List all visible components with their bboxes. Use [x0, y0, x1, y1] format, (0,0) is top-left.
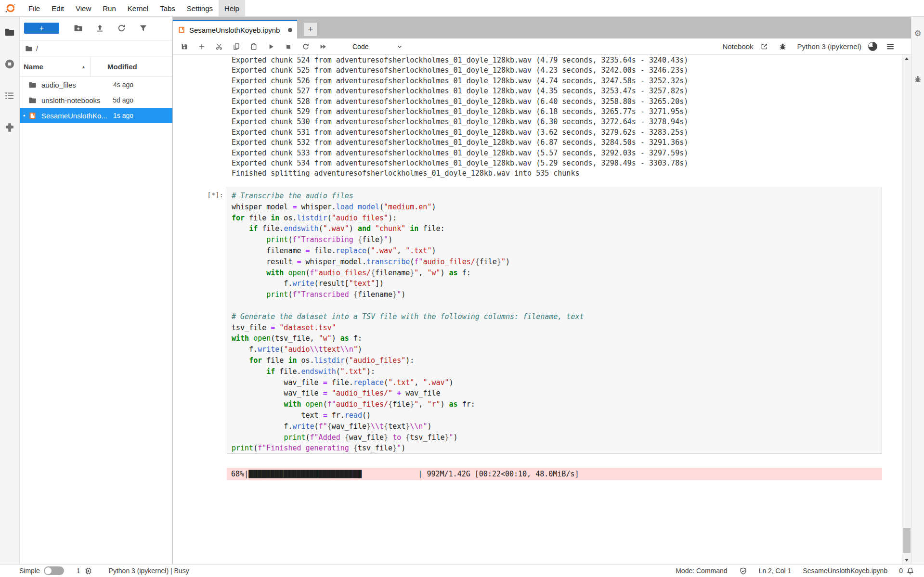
code-line: wav_file = "audio_files/" + wav_file [232, 388, 882, 399]
notebook-icon [28, 112, 37, 120]
code-line [232, 300, 882, 311]
trusted-shield-icon[interactable] [739, 567, 747, 575]
menu-file[interactable]: File [23, 0, 46, 16]
code-line: wav_file = file.replace(".txt", ".wav") [232, 377, 882, 388]
file-name: audio_files [41, 81, 76, 89]
cell-type-select[interactable]: Code [348, 41, 406, 52]
notebook-content[interactable]: Exported chunk 524 from adventuresofsher… [173, 55, 911, 564]
simple-mode-label: Simple [19, 567, 40, 575]
code-line: # Generate the dataset into a TSV file w… [232, 311, 882, 322]
insert-cell-icon[interactable] [198, 43, 206, 51]
file-list-headers: Name ▲ Modified [20, 57, 172, 77]
cursor-position[interactable]: Ln 2, Col 1 [759, 567, 792, 575]
kernel-status-text[interactable]: Python 3 (ipykernel) | Busy [109, 567, 189, 575]
output-line: Exported chunk 530 from adventuresofsher… [232, 117, 688, 127]
file-modified: 4s ago [113, 81, 133, 89]
paste-icon[interactable] [250, 43, 258, 51]
new-folder-icon[interactable] [74, 24, 83, 33]
kernel-sessions-icon[interactable] [84, 567, 92, 575]
menu-settings[interactable]: Settings [181, 0, 219, 16]
code-line: for file in os.listdir("audio_files"): [232, 355, 882, 366]
cell-output-text: Exported chunk 524 from adventuresofsher… [232, 55, 688, 179]
stop-icon[interactable] [285, 43, 292, 51]
upload-icon[interactable] [95, 24, 104, 33]
output-line: Exported chunk 526 from adventuresofsher… [232, 76, 688, 86]
breadcrumb-root[interactable]: / [36, 45, 38, 52]
file-modified: 5d ago [113, 96, 133, 104]
filter-icon[interactable] [139, 24, 148, 33]
output-line: Exported chunk 532 from adventuresofsher… [232, 138, 688, 148]
output-line: Exported chunk 525 from adventuresofsher… [232, 65, 688, 76]
running-kernels-icon[interactable] [4, 59, 15, 69]
cell-execution-prompt: [*]: [173, 190, 223, 200]
menu-edit[interactable]: Edit [46, 0, 70, 16]
external-link-icon[interactable] [760, 43, 768, 51]
unsaved-changes-dot [288, 28, 292, 32]
scroll-down-arrow[interactable] [902, 556, 911, 564]
menu-kernel[interactable]: Kernel [122, 0, 154, 16]
copy-icon[interactable] [233, 43, 240, 51]
column-header-name[interactable]: Name ▲ [20, 57, 91, 77]
code-line: for file in os.listdir("audio_files"): [232, 213, 882, 224]
hamburger-menu-icon[interactable] [886, 42, 895, 51]
file-row[interactable]: unsloth-notebooks5d ago [20, 92, 172, 108]
notebook-view-label[interactable]: Notebook [722, 42, 753, 51]
save-icon[interactable] [181, 43, 188, 51]
code-line: f.write("audio\\ttext\\n") [232, 344, 882, 355]
extensions-icon[interactable] [4, 122, 15, 133]
chevron-down-icon [397, 44, 403, 50]
scrollbar-thumb[interactable] [903, 528, 911, 553]
code-line: f.write(result["text"]) [232, 278, 882, 289]
file-browser-icon[interactable] [4, 27, 15, 38]
file-row[interactable]: audio_files4s ago [20, 77, 172, 92]
file-row[interactable]: •SesameUnslothKo...1s ago [20, 108, 172, 123]
unsaved-dot: • [23, 112, 26, 119]
new-tab-button[interactable]: + [304, 23, 317, 36]
code-line: with open(tsv_file, "w") as f: [232, 333, 882, 344]
code-line: with open(f"audio_files/{file}", "r") as… [232, 399, 882, 410]
file-browser-toolbar: + [20, 16, 172, 40]
run-all-icon[interactable] [319, 43, 327, 51]
command-mode-indicator[interactable]: Mode: Command [676, 567, 727, 575]
vertical-scrollbar[interactable] [902, 55, 911, 564]
table-of-contents-icon[interactable] [4, 90, 15, 101]
new-launcher-button[interactable]: + [24, 23, 59, 34]
file-browser-panel: + / Name ▲ Modified audio_files4s [20, 16, 173, 564]
home-folder-icon[interactable] [25, 45, 33, 52]
statusbar-filename[interactable]: SesameUnslothKoyeb.ipynb [803, 567, 887, 575]
tab-title: SesameUnslothKoyeb.ipynb [189, 26, 284, 34]
kernel-name-label[interactable]: Python 3 (ipykernel) [797, 42, 861, 51]
breadcrumb[interactable]: / [20, 40, 172, 57]
code-line: # Transcribe the audio files [232, 191, 882, 202]
progress-bar-text: 68%|██████████████████████████ | 992M/1.… [227, 468, 579, 480]
code-line: if file.endswith(".wav") and "chunk" in … [232, 223, 882, 234]
cut-icon[interactable] [215, 43, 223, 51]
scroll-up-arrow[interactable] [902, 55, 911, 63]
file-modified: 1s ago [113, 112, 133, 119]
tab-notebook[interactable]: SesameUnslothKoyeb.ipynb [173, 20, 297, 38]
folder-icon [28, 96, 37, 104]
debugger-sidebar-icon[interactable] [913, 75, 922, 83]
refresh-icon[interactable] [117, 24, 126, 33]
right-activity-bar: ⚙ [911, 16, 924, 564]
simple-mode-toggle[interactable] [44, 566, 64, 575]
code-cell-editor[interactable]: # Transcribe the audio fileswhisper_mode… [227, 187, 882, 454]
restart-kernel-icon[interactable] [302, 43, 310, 51]
code-line: print(f"Finished generating {tsv_file}") [232, 443, 882, 454]
debugger-icon[interactable] [779, 42, 787, 51]
menu-run[interactable]: Run [97, 0, 122, 16]
menu-bar: FileEditViewRunKernelTabsSettingsHelp [0, 0, 924, 17]
menu-help[interactable]: Help [219, 0, 245, 16]
bell-icon[interactable] [906, 567, 914, 575]
column-header-modified[interactable]: Modified [91, 63, 137, 71]
menu-view[interactable]: View [70, 0, 97, 16]
output-line: Finished splitting adventuresofsherlockh… [232, 168, 688, 179]
folder-icon [28, 81, 37, 89]
kernel-busy-indicator[interactable] [868, 42, 877, 51]
property-inspector-gear-icon[interactable]: ⚙ [913, 29, 922, 38]
code-line: filename = file.replace(".wav", ".txt") [232, 245, 882, 256]
output-line: Exported chunk 528 from adventuresofsher… [232, 97, 688, 107]
run-icon[interactable] [267, 43, 275, 51]
menu-tabs[interactable]: Tabs [154, 0, 181, 16]
kernel-count: 1 [77, 567, 80, 575]
